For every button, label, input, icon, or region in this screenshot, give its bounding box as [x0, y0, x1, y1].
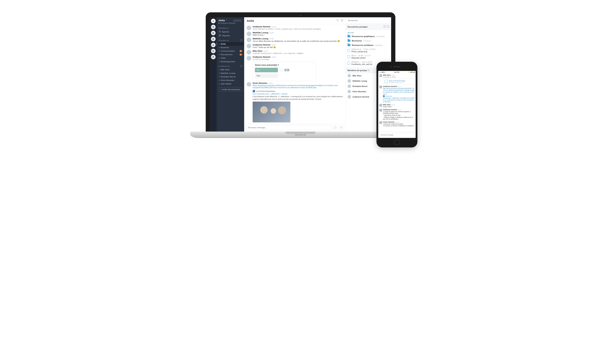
avatar — [347, 74, 351, 78]
add-folder-icon[interactable] — [387, 25, 389, 28]
link-preview-card[interactable]: ELes Echos ExecutivesLes 5 secrets d'un … — [253, 90, 343, 122]
add-contact-icon[interactable] — [240, 65, 242, 67]
search-input[interactable] — [347, 19, 389, 22]
module-icon — [219, 34, 221, 37]
svg-point-6 — [334, 127, 336, 129]
add-group-icon[interactable] — [240, 39, 242, 41]
chat-message: Guillaume Nominé14:28vient d'ajouter le … — [247, 26, 343, 30]
sidebar-section-groups[interactable]: Groupes (6) — [217, 38, 244, 42]
phone-chat-message: Billy Shen12:16a partagé un fichierphoto… — [379, 74, 415, 84]
chat-message: Mathilde Lorang14:35J'ai eu Mme Bouvier … — [247, 38, 343, 42]
file-icon — [347, 49, 350, 52]
avatar — [247, 32, 251, 36]
chat-message: Mathilde Lorang14:35Salut à tous ! — [247, 32, 343, 36]
attachment-add-icon[interactable] — [339, 125, 344, 130]
file-item[interactable]: Guillaume N. 13 févr. à 14:28Photo_equip… — [347, 47, 389, 54]
call-icon[interactable] — [336, 19, 339, 22]
chat-message: Guillaume Nominé14:39a créé un sondage — [247, 56, 343, 61]
folder-icon — [347, 39, 350, 42]
sidebar-contact-item[interactable]: Mathilde Lorang — [217, 71, 244, 75]
avatar — [379, 74, 382, 77]
docs-panel-title: Documents partagés — [346, 24, 391, 30]
sidebar-group-item[interactable]: Développement — [217, 60, 244, 63]
link-title[interactable]: Strasbourg: L'application Scoledge pour … — [383, 97, 415, 103]
link-preview-image — [253, 102, 290, 122]
file-item[interactable]: Billy S. 18 déc. à 17:17Maquette.sketch — [347, 54, 389, 60]
phone-message-input[interactable] — [379, 133, 415, 137]
voter-avatar — [286, 68, 290, 72]
sidebar-contact-item[interactable]: Kévin Abrantes — [217, 78, 244, 82]
sidebar-group-item[interactable]: Communication2 — [217, 49, 244, 53]
svg-rect-0 — [219, 31, 221, 32]
channel-link[interactable]: Atolia — [297, 52, 303, 54]
chevron-down-icon — [225, 19, 228, 22]
workspace-avatar[interactable]: B — [211, 31, 216, 35]
avatar — [347, 84, 351, 88]
poll-option[interactable]: Non — [255, 73, 278, 78]
workspace-avatar[interactable]: U — [211, 49, 216, 53]
folder-item[interactable]: Ressources juridiques 0 fichier(s) — [347, 43, 389, 47]
unread-badge: 2 — [239, 50, 242, 52]
poll-card: Serez-vous présent(e) ?Oui✓Non — [253, 62, 316, 81]
folder-item[interactable]: Brochures 4 fichier(s) — [347, 39, 389, 43]
avatar — [247, 44, 251, 48]
workspace-avatar[interactable]: P — [211, 55, 216, 59]
macbook-frame: ASBEAUP Atolia Guillaume Nominé PREMIUM … — [206, 12, 395, 138]
svg-rect-5 — [341, 19, 343, 21]
avatar — [347, 95, 351, 99]
phone-chat-message: Guillaume Nominé12:17http://www.20minute… — [379, 86, 415, 103]
avatar — [247, 50, 251, 54]
workspace-avatar[interactable]: A — [211, 19, 216, 23]
module-icon — [219, 30, 221, 33]
workspace-avatar[interactable]: E — [211, 37, 216, 41]
chat-panel: Atolia Guillaume Nominé14:28vient d'ajou… — [244, 17, 346, 131]
sidebar-contact-item[interactable]: Billy Shen — [217, 68, 244, 71]
workspace-rail: ASBEAUP — [210, 17, 217, 131]
file-icon — [347, 62, 350, 65]
poll-check-icon[interactable]: ✓ — [280, 68, 283, 72]
folder-item[interactable]: Ressources graphiques 14 fichier(s) — [347, 34, 389, 39]
phone-chat-message: Kévin Abrantes13:19L'article est vraimen… — [379, 121, 415, 127]
sidebar-module-item[interactable]: Objectifs — [217, 34, 244, 38]
phone-status-bar: •••• BELL 4:21 PM ⚡ 100% ▮ — [378, 71, 416, 74]
sidebar-contact-item[interactable]: Julie Walker — [217, 82, 244, 86]
file-icon — [384, 80, 388, 83]
sidebar-contact-item[interactable]: Rodolphe Beuve — [217, 75, 244, 78]
avatar — [379, 104, 382, 107]
workspace-avatar[interactable]: S — [211, 25, 216, 29]
folder-icon — [347, 35, 350, 37]
invite-people-button[interactable]: + Inviter des personnes — [219, 87, 242, 91]
avatar — [379, 121, 382, 124]
avatar — [379, 86, 382, 88]
avatar — [247, 56, 251, 61]
iphone-home-button[interactable] — [394, 139, 400, 145]
sidebar-module-item[interactable]: Agenda — [217, 30, 244, 34]
shared-url[interactable]: https://business.lesechos.fr/directions-… — [253, 84, 338, 89]
sidebar-section-modules[interactable]: Modules (2) — [217, 25, 244, 30]
workspace-avatar[interactable]: A — [211, 43, 216, 47]
chat-message: Billy Shen14:37a ajouté l'évènement « Af… — [247, 50, 343, 54]
file-icon — [347, 55, 350, 58]
shared-url[interactable]: http://www.20minutes.fr/strasbourg/19600… — [383, 88, 415, 95]
iphone-frame: •••• BELL 4:21 PM ⚡ 100% ▮ Billy Shen12:… — [376, 62, 417, 147]
link-source: 20minutes — [383, 95, 415, 97]
avatar — [247, 26, 251, 30]
svg-rect-3 — [220, 36, 221, 36]
emoji-icon[interactable] — [333, 125, 337, 130]
chat-message: Guillaume Nominé14:37Cool ! Voilà qui es… — [247, 44, 343, 49]
sidebar-group-item[interactable]: Veille — [217, 56, 244, 60]
message-input[interactable] — [246, 125, 331, 130]
phone-file-card[interactable]: photo-couverture-FB.jpgmercredi 17 mai à… — [383, 79, 415, 84]
docs-breadcrumb[interactable]: Accueil — [347, 31, 389, 34]
add-file-icon[interactable] — [383, 25, 386, 28]
sidebar-group-item[interactable]: Recrutement1 — [217, 53, 244, 56]
premium-badge: PREMIUM — [233, 20, 241, 22]
avatar — [247, 38, 251, 42]
sidebar-section-contacts[interactable]: Contacts (38) — [217, 63, 244, 68]
poll-option[interactable]: Oui — [255, 68, 278, 72]
sidebar-group-item[interactable]: Atolia — [217, 42, 244, 46]
sidebar-group-item[interactable]: Business — [217, 46, 244, 49]
panel-toggle-icon[interactable] — [341, 19, 343, 22]
svg-rect-4 — [219, 36, 220, 36]
chat-message: Kévin Abrantes14:51https://business.lese… — [247, 82, 343, 89]
